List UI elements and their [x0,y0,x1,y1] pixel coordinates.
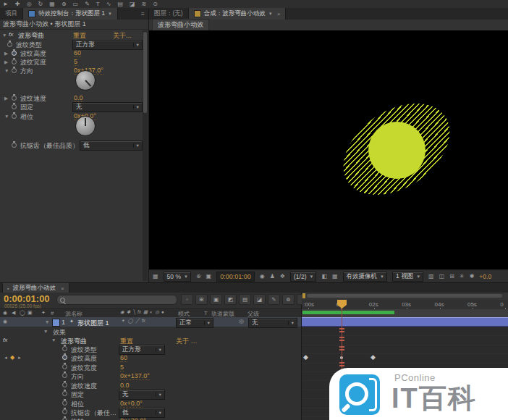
audio-column-icon[interactable]: ◀ [12,310,15,315]
search-input[interactable] [56,295,177,305]
twirl-open-icon[interactable]: ▼ [43,329,48,335]
layer-switch-icon[interactable]: fx [142,319,145,324]
keyframe-next-icon[interactable]: ► [17,356,22,360]
resolution-dropdown[interactable]: (1/2)▼ [290,272,316,282]
close-icon[interactable]: × [277,11,281,17]
wave-speed-value[interactable]: 0.0 [120,382,130,390]
chevron-down-icon[interactable]: ▼ [268,12,273,16]
tool-icon[interactable]: ► [3,1,9,7]
current-timecode[interactable]: 0:00:01:00 [4,293,50,304]
switch-column-icon[interactable]: ◎ [155,310,159,315]
tool-icon[interactable]: ∿ [106,1,111,7]
stopwatch-icon[interactable] [12,143,17,148]
tab-layer[interactable]: 图层：(无) [149,8,188,20]
navigator-handle[interactable] [302,293,305,298]
viewer-timecode[interactable]: 0:00:01:00 [216,272,255,282]
keyframe-diamond[interactable]: ◆ [303,354,308,361]
stopwatch-icon[interactable] [62,400,67,406]
layer-switch-icon[interactable]: ◯ [127,319,132,324]
twirl-closed-icon[interactable]: ▶ [4,60,8,65]
switch-column-icon[interactable]: fx [137,310,141,315]
pixel-aspect-icon[interactable]: ▥ [428,274,434,280]
timeline-toolbar-icon[interactable]: ◩ [224,294,237,305]
solo-column-icon[interactable]: ◯ [20,310,25,315]
pinning-dropdown[interactable]: 无▼ [72,102,143,112]
view-layout-dropdown[interactable]: 1 视图▼ [392,272,423,282]
switch-column-icon[interactable]: ◐ [150,310,153,315]
direction-value[interactable]: 0x+137.0° [120,372,150,380]
stopwatch-icon-active[interactable] [62,355,67,360]
timeline-button-icon[interactable]: ⊞ [449,274,454,280]
switch-column-icon[interactable]: ╲ [132,310,135,315]
comp-breadcrumb-chip[interactable]: 波形弯曲小动效 [152,19,209,31]
keyframe-diamond[interactable]: ◆ [371,354,376,361]
mask-visibility-icon[interactable]: ▣ [206,274,212,280]
tool-icon[interactable]: ✚ [15,1,20,7]
twirl-closed-icon[interactable]: ▶ [4,96,8,101]
exposure-value[interactable]: +0.0 [479,273,491,280]
about-button[interactable]: 关于 … [176,337,198,346]
twirl-open-icon[interactable]: ▼ [4,114,9,119]
wave-height-value[interactable]: 60 [74,49,81,57]
wave-type-dropdown[interactable]: 正方形▼ [72,40,143,50]
timeline-toolbar-icon[interactable]: ▤ [239,294,251,305]
timeline-toolbar-icon[interactable]: ▫ [181,294,193,305]
timeline-toolbar-icon[interactable]: ⊞ [195,294,208,305]
wave-height-value[interactable]: 60 [120,354,127,362]
stopwatch-icon[interactable] [62,409,67,414]
pinning-dropdown[interactable]: 无▼ [119,390,165,400]
twirl-open-icon[interactable]: ▼ [4,69,9,74]
tool-icon[interactable]: ⊕ [62,1,67,7]
keyframe-prev-icon[interactable]: ◄ [4,356,8,360]
wave-width-value[interactable]: 5 [74,58,77,66]
chevron-down-icon[interactable]: ▼ [108,12,112,16]
stopwatch-icon[interactable] [7,42,12,47]
lock-column-icon[interactable]: ▣ [27,310,33,315]
twirl-open-icon[interactable]: ▼ [2,33,7,38]
region-of-interest-icon[interactable]: ◧ [321,274,327,280]
switch-column-icon[interactable]: ✱ [127,310,130,315]
direction-dial[interactable] [75,70,96,91]
stopwatch-icon[interactable] [12,51,17,56]
switch-column-icon[interactable]: ▦ [143,310,148,315]
rotation-value[interactable]: 0x+30.0° [120,417,146,420]
magnification-dropdown[interactable]: 50 %▼ [164,272,191,282]
stopwatch-icon[interactable] [12,68,17,73]
wave-speed-value[interactable]: 0.0 [74,94,83,102]
tool-icon[interactable]: T [96,1,100,7]
stopwatch-icon[interactable] [62,373,67,378]
pickwhip-icon[interactable]: ◎ [239,319,244,324]
timeline-toolbar-icon[interactable]: ▣ [210,294,222,305]
tab-project[interactable]: 项目 [0,8,22,20]
channels-icon[interactable]: ❖ [280,274,285,280]
tool-icon[interactable]: ▭ [73,1,79,7]
stopwatch-icon[interactable] [62,346,67,351]
antialias-dropdown[interactable]: 低▼ [80,140,143,151]
timeline-toolbar-icon[interactable]: ✎ [268,294,280,305]
number-column-header[interactable]: # [51,310,54,316]
tool-icon[interactable]: ↻ [38,1,43,7]
panel-menu-icon[interactable]: ≡ [137,8,148,20]
timeline-toolbar-icon[interactable]: ⊚ [282,294,295,305]
antialias-dropdown[interactable]: 低▼ [119,408,165,418]
stopwatch-icon[interactable] [62,364,67,369]
twirl-open-icon[interactable]: ▼ [51,338,56,343]
twirl-open-icon[interactable]: ▼ [45,320,49,325]
tab-effect-controls[interactable]: 特效控制台：形状图层 1 ▼ [22,8,118,20]
wave-type-dropdown[interactable]: 正方形▼ [119,345,165,355]
close-icon[interactable]: × [61,285,64,292]
stopwatch-icon[interactable] [12,59,17,64]
stopwatch-icon[interactable] [62,382,67,387]
trkmat-t-header[interactable]: T [204,310,208,316]
switch-column-icon[interactable]: ◉ [120,310,124,315]
reset-exposure-icon[interactable]: ✱ [470,274,475,280]
layer-duration-bar[interactable] [302,317,508,327]
label-column-icon[interactable]: ✦ [41,310,46,315]
layer-label-swatch[interactable] [52,319,60,327]
layer-name[interactable]: 形状图层 1 [77,319,109,328]
safe-zones-icon[interactable]: ⊕ [196,274,201,280]
camera-dropdown[interactable]: 有效摄像机▼ [343,272,387,282]
blend-mode-dropdown[interactable]: 正常▼ [176,318,213,328]
snapshot-icon[interactable]: ◉ [260,274,265,280]
tool-icon[interactable]: ◪ [130,1,135,7]
